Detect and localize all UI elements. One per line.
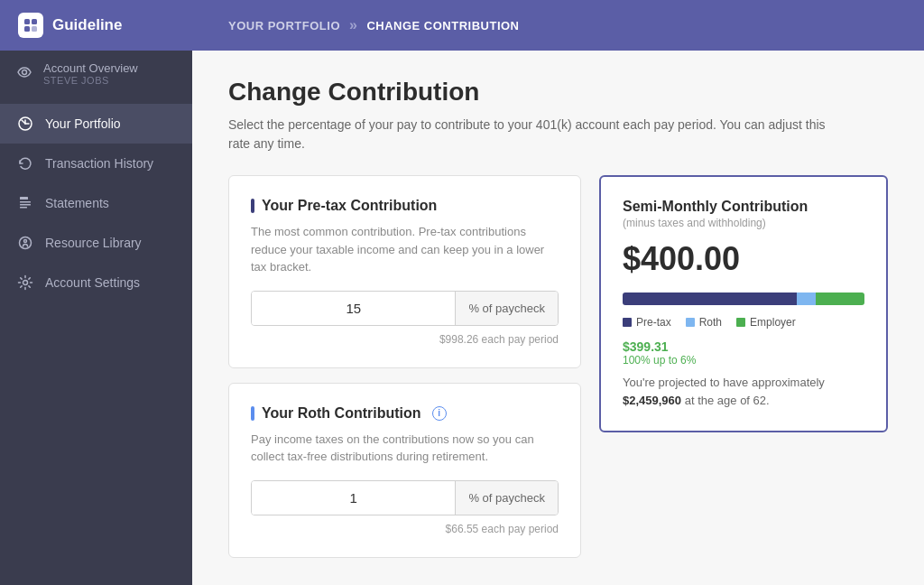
- legend-dot-roth: [686, 318, 695, 327]
- semi-subtitle: (minus taxes and withholding): [623, 217, 864, 229]
- page-description: Select the percentage of your pay to con…: [228, 116, 842, 153]
- history-icon: [16, 154, 34, 172]
- breadcrumb-parent[interactable]: YOUR PORTFOLIO: [228, 19, 340, 32]
- legend-dot-pretax: [623, 318, 632, 327]
- portfolio-icon: [16, 115, 34, 133]
- logo-area: Guideline: [18, 0, 210, 51]
- roth-note: $66.55 each pay period: [251, 523, 559, 535]
- semi-title: Semi-Monthly Contribution: [623, 199, 864, 215]
- employer-match: $399.31 100% up to 6%: [623, 339, 864, 367]
- semi-amount: $400.00: [623, 240, 864, 278]
- svg-rect-1: [32, 19, 37, 24]
- pretax-description: The most common contribution. Pre-tax co…: [251, 223, 559, 276]
- projection-text: You're projected to have approximately $…: [623, 374, 864, 409]
- projection-amount: $2,459,960: [623, 394, 681, 407]
- roth-card: Your Roth Contribution i Pay income taxe…: [228, 383, 581, 558]
- account-info: Account Overview STEVE JOBS: [43, 61, 138, 86]
- svg-rect-3: [32, 26, 37, 32]
- account-user-label: STEVE JOBS: [43, 75, 138, 86]
- breadcrumb-separator: »: [349, 17, 357, 33]
- bar-legend: Pre-tax Roth Employer: [623, 316, 864, 329]
- semi-monthly-card: Semi-Monthly Contribution (minus taxes a…: [599, 175, 888, 432]
- roth-description: Pay income taxes on the contributions no…: [251, 431, 559, 466]
- contribution-bar: [623, 292, 864, 305]
- svg-point-12: [23, 281, 28, 285]
- sidebar-label-your-portfolio: Your Portfolio: [45, 116, 121, 131]
- roth-input[interactable]: [252, 481, 455, 515]
- logo-icon: [18, 13, 43, 38]
- pretax-card: Your Pre-tax Contribution The most commo…: [228, 175, 581, 368]
- roth-accent-bar: [251, 406, 254, 421]
- contribution-forms: Your Pre-tax Contribution The most commo…: [228, 175, 581, 558]
- svg-rect-6: [20, 197, 28, 200]
- breadcrumb: YOUR PORTFOLIO » CHANGE CONTRIBUTION: [228, 17, 520, 33]
- roth-info-icon[interactable]: i: [432, 406, 447, 421]
- legend-label-roth: Roth: [699, 316, 722, 329]
- match-desc: 100% up to 6%: [623, 354, 864, 367]
- sidebar-item-account-overview[interactable]: Account Overview STEVE JOBS: [0, 51, 192, 97]
- roth-suffix: % of paycheck: [455, 481, 558, 515]
- statements-icon: [16, 194, 34, 212]
- svg-rect-9: [20, 207, 27, 209]
- pretax-input[interactable]: [252, 292, 455, 325]
- top-nav: Guideline YOUR PORTFOLIO » CHANGE CONTRI…: [0, 0, 924, 51]
- svg-point-11: [24, 240, 27, 243]
- contribution-grid: Your Pre-tax Contribution The most commo…: [228, 175, 888, 558]
- sidebar-item-statements[interactable]: Statements: [0, 183, 192, 223]
- sidebar-label-account-settings: Account Settings: [45, 275, 140, 290]
- sidebar-item-transaction-history[interactable]: Transaction History: [0, 144, 192, 183]
- sidebar-label-statements: Statements: [45, 196, 109, 210]
- pretax-title-text: Your Pre-tax Contribution: [262, 198, 437, 214]
- sidebar-item-your-portfolio[interactable]: Your Portfolio: [0, 104, 192, 144]
- pretax-note: $998.26 each pay period: [251, 333, 559, 346]
- bar-pretax: [623, 292, 797, 305]
- account-name-label: Account Overview: [43, 61, 138, 75]
- legend-label-pretax: Pre-tax: [636, 316, 671, 329]
- sidebar-nav: Your Portfolio Transaction History: [0, 97, 192, 310]
- roth-card-title: Your Roth Contribution i: [251, 405, 559, 422]
- legend-roth: Roth: [686, 316, 722, 329]
- pretax-accent-bar: [251, 199, 254, 213]
- svg-rect-0: [24, 19, 30, 24]
- roth-input-row: % of paycheck: [251, 480, 559, 515]
- pretax-suffix: % of paycheck: [455, 292, 558, 325]
- pretax-input-row: % of paycheck: [251, 291, 559, 326]
- page-title: Change Contribution: [228, 78, 888, 107]
- roth-title-text: Your Roth Contribution: [262, 405, 421, 422]
- sidebar-item-account-settings[interactable]: Account Settings: [0, 263, 192, 302]
- bar-roth: [797, 292, 816, 305]
- legend-pretax: Pre-tax: [623, 316, 671, 329]
- legend-employer: Employer: [736, 316, 796, 329]
- sidebar-label-resource-library: Resource Library: [45, 236, 142, 250]
- svg-rect-7: [20, 201, 31, 203]
- match-amount: $399.31: [623, 339, 864, 354]
- eye-icon: [16, 64, 32, 83]
- svg-rect-8: [20, 204, 31, 206]
- projection-suffix: at the age of 62.: [685, 394, 770, 407]
- svg-point-4: [23, 70, 27, 75]
- legend-dot-employer: [736, 318, 745, 327]
- resource-icon: [16, 234, 34, 252]
- sidebar-label-transaction-history: Transaction History: [45, 156, 153, 171]
- projection-prefix: You're projected to have approximately: [623, 376, 825, 389]
- legend-label-employer: Employer: [750, 316, 796, 329]
- svg-rect-2: [24, 26, 30, 32]
- sidebar: Account Overview STEVE JOBS Your Portfol…: [0, 51, 192, 585]
- sidebar-item-resource-library[interactable]: Resource Library: [0, 223, 192, 263]
- logo-text: Guideline: [52, 16, 122, 34]
- pretax-card-title: Your Pre-tax Contribution: [251, 198, 559, 214]
- breadcrumb-current: CHANGE CONTRIBUTION: [366, 19, 519, 32]
- settings-icon: [16, 274, 34, 292]
- main-content: Change Contribution Select the percentag…: [192, 51, 924, 585]
- bar-employer: [816, 292, 864, 305]
